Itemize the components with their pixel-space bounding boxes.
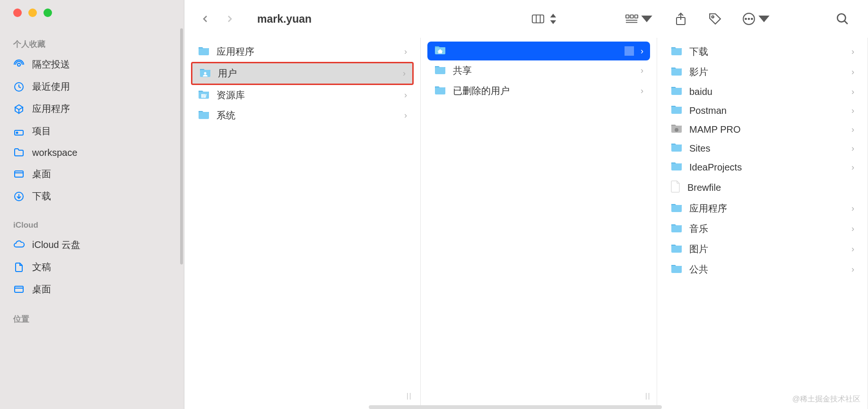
folder-icon — [670, 223, 683, 235]
sidebar-item-cloud[interactable]: iCloud 云盘 — [0, 234, 184, 256]
sidebar-item-label: 最近使用 — [32, 80, 70, 93]
file-label: 应用程序 — [217, 45, 398, 58]
svg-point-22 — [712, 16, 714, 18]
sidebar-scrollbar[interactable] — [180, 28, 183, 264]
sidebar-item-label: 应用程序 — [32, 102, 70, 115]
file-row[interactable]: 应用程序› — [664, 198, 861, 219]
file-row[interactable]: Postman› — [664, 101, 861, 120]
svg-rect-50 — [671, 205, 682, 212]
folder-icon — [198, 90, 210, 101]
sidebar-item-app[interactable]: 应用程序 — [0, 98, 184, 120]
folder-icon — [670, 264, 683, 275]
folder-icon — [198, 110, 210, 121]
chevron-right-icon: › — [851, 244, 854, 254]
file-row[interactable]: 已删除的用户› — [427, 81, 650, 101]
svg-rect-30 — [199, 48, 209, 55]
file-row[interactable]: › — [427, 42, 650, 60]
group-button[interactable] — [620, 12, 658, 26]
search-button[interactable] — [831, 12, 854, 26]
view-columns-button[interactable] — [527, 12, 564, 26]
forward-button[interactable] — [223, 12, 236, 26]
folder-icon — [13, 147, 25, 158]
svg-rect-43 — [671, 68, 682, 76]
folder-icon — [670, 105, 683, 116]
column-1: 应用程序›用户›资源库›系统› — [184, 38, 421, 409]
close-button[interactable] — [13, 9, 22, 17]
chevron-right-icon: › — [404, 90, 407, 100]
sidebar-item-label: 隔空投送 — [32, 58, 70, 71]
file-label: 应用程序 — [689, 202, 845, 215]
file-row[interactable]: Brewfile — [664, 177, 861, 198]
file-row[interactable]: 资源库› — [191, 85, 414, 105]
file-row[interactable]: 音乐› — [664, 219, 861, 239]
sidebar-item-doc[interactable]: 文稿 — [0, 256, 184, 278]
folder-icon — [670, 203, 683, 214]
chevron-right-icon: › — [851, 144, 854, 153]
file-row[interactable]: 图片› — [664, 239, 861, 259]
minimize-button[interactable] — [28, 9, 37, 17]
folder-icon — [670, 143, 683, 154]
sidebar-item-label: 下载 — [32, 190, 51, 203]
column-resize-handle[interactable]: || — [645, 392, 651, 400]
chevron-right-icon: › — [403, 68, 406, 78]
svg-point-26 — [751, 18, 753, 20]
file-row[interactable]: 共享› — [427, 60, 650, 81]
file-label: 音乐 — [689, 222, 845, 235]
sidebar-item-download[interactable]: 下载 — [0, 185, 184, 207]
chevron-right-icon: › — [851, 162, 854, 172]
column-resize-handle[interactable]: || — [407, 392, 412, 400]
svg-line-29 — [844, 21, 847, 24]
svg-point-0 — [17, 63, 20, 66]
file-row[interactable]: 系统› — [191, 105, 414, 126]
file-label: Brewfile — [687, 182, 854, 193]
sidebar-item-airdrop[interactable]: 隔空投送 — [0, 53, 184, 76]
sidebar-item-desktop[interactable]: 桌面 — [0, 278, 184, 300]
svg-rect-53 — [671, 266, 682, 273]
window-title: mark.yuan — [257, 13, 312, 26]
sidebar-item-folder[interactable]: workspace — [0, 142, 184, 163]
svg-rect-44 — [671, 88, 682, 95]
download-icon — [13, 191, 25, 202]
column-view: 应用程序›用户›资源库›系统› ›共享›已删除的用户› 下载›影片›baidu›… — [184, 38, 868, 409]
file-label: IdeaProjects — [689, 162, 845, 173]
desktop-icon — [13, 284, 25, 295]
chevron-right-icon: › — [641, 66, 643, 76]
svg-rect-16 — [630, 15, 634, 18]
svg-rect-48 — [671, 145, 682, 152]
tags-button[interactable] — [703, 12, 726, 26]
svg-point-24 — [745, 18, 746, 20]
folder-icon — [198, 46, 210, 58]
file-row[interactable]: 影片› — [664, 62, 861, 82]
file-row[interactable]: Sites› — [664, 139, 861, 158]
chevron-right-icon: › — [851, 67, 854, 77]
file-row[interactable]: 应用程序› — [191, 42, 414, 62]
share-button[interactable] — [669, 12, 692, 26]
more-button[interactable] — [738, 12, 775, 26]
sidebar-item-desktop[interactable]: 桌面 — [0, 163, 184, 185]
file-row[interactable]: MAMP PRO› — [664, 120, 861, 139]
svg-point-3 — [17, 132, 18, 133]
file-row[interactable]: 公共› — [664, 259, 861, 280]
chevron-right-icon: › — [851, 47, 854, 57]
back-button[interactable] — [199, 12, 212, 26]
file-label: 下载 — [689, 45, 845, 58]
svg-rect-35 — [203, 94, 205, 98]
svg-rect-49 — [671, 163, 682, 170]
sidebar-item-clock[interactable]: 最近使用 — [0, 76, 184, 98]
file-label: 系统 — [217, 109, 398, 122]
file-label: MAMP PRO — [689, 124, 845, 135]
svg-rect-52 — [671, 246, 682, 253]
file-row[interactable]: 用户› — [191, 62, 414, 85]
file-row[interactable]: baidu› — [664, 82, 861, 101]
airdrop-icon — [13, 59, 25, 70]
file-row[interactable]: 下载› — [664, 42, 861, 62]
maximize-button[interactable] — [43, 9, 52, 17]
file-row[interactable]: IdeaProjects› — [664, 158, 861, 177]
folder-icon — [670, 244, 683, 255]
horizontal-scrollbar[interactable] — [369, 405, 662, 409]
sidebar-item-stack[interactable]: 项目 — [0, 120, 184, 142]
chevron-right-icon: › — [641, 86, 643, 96]
column-2: ›共享›已删除的用户› — [421, 38, 657, 409]
chevron-right-icon: › — [851, 224, 854, 234]
chevron-right-icon: › — [851, 264, 854, 274]
